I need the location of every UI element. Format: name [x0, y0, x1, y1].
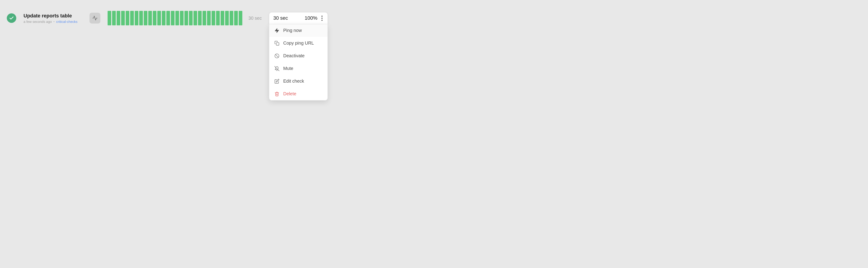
bar [207, 11, 211, 25]
menu-item-deactivate[interactable]: Deactivate [269, 50, 328, 62]
bar [189, 11, 193, 25]
menu-label-copy-ping-url: Copy ping URL [283, 41, 314, 46]
bar [162, 11, 165, 25]
bar [184, 11, 188, 25]
activity-bars [107, 11, 234, 25]
bar [225, 11, 229, 25]
menu-item-copy-ping-url[interactable]: Copy ping URL [269, 37, 328, 50]
bar [139, 11, 143, 25]
menu-label-ping-now: Ping now [283, 28, 302, 33]
menu-label-edit-check: Edit check [283, 79, 304, 84]
menu-item-delete[interactable]: Delete [269, 88, 328, 100]
activity-icon-button[interactable] [90, 13, 100, 24]
bar [144, 11, 147, 25]
deactivate-icon [274, 53, 280, 59]
bar [153, 11, 156, 25]
bolt-icon [274, 28, 280, 33]
bar [112, 11, 116, 25]
trash-icon [274, 91, 280, 97]
bar [117, 11, 120, 25]
bar [126, 11, 129, 25]
bar [193, 11, 197, 25]
check-meta: a few seconds ago • critical-checks [24, 20, 82, 24]
bar [230, 11, 233, 25]
bar [212, 11, 215, 25]
bar [171, 11, 175, 25]
check-info: Update reports table a few seconds ago •… [24, 13, 82, 24]
dot-1 [321, 16, 322, 17]
bar [135, 11, 138, 25]
dropdown-duration: 30 sec [273, 15, 305, 21]
separator-dot: • [54, 20, 55, 23]
dropdown-percentage: 100% [305, 15, 317, 21]
svg-line-4 [275, 66, 279, 71]
svg-line-3 [276, 54, 278, 57]
bar [234, 11, 238, 25]
bell-off-icon [274, 66, 280, 71]
options-dropdown[interactable]: 30 sec 100% Ping now [269, 12, 328, 24]
svg-rect-1 [276, 43, 279, 45]
dot-3 [321, 20, 322, 21]
context-menu: Ping now Copy ping URL [269, 24, 328, 101]
menu-label-delete: Delete [283, 91, 296, 97]
bar [180, 11, 184, 25]
status-icon [7, 14, 16, 23]
monitor-duration: 30 sec [241, 16, 262, 21]
menu-label-deactivate: Deactivate [283, 53, 305, 58]
svg-marker-0 [275, 28, 279, 32]
bar [166, 11, 170, 25]
more-options-button[interactable] [320, 15, 323, 22]
bar [130, 11, 134, 25]
time-ago-label: a few seconds ago [24, 20, 52, 24]
bar [176, 11, 179, 25]
monitor-row: Update reports table a few seconds ago •… [7, 7, 341, 29]
bar [107, 11, 111, 25]
bar [121, 11, 125, 25]
bar [198, 11, 202, 25]
menu-item-ping-now[interactable]: Ping now [269, 24, 328, 37]
pencil-icon [274, 79, 280, 84]
dropdown-trigger[interactable]: 30 sec 100% [269, 12, 328, 24]
menu-item-mute[interactable]: Mute [269, 62, 328, 75]
dot-2 [321, 18, 322, 19]
menu-label-mute: Mute [283, 66, 293, 71]
bar [221, 11, 224, 25]
bar [148, 11, 152, 25]
check-name: Update reports table [24, 13, 82, 19]
bar [203, 11, 206, 25]
menu-item-edit-check[interactable]: Edit check [269, 75, 328, 88]
check-tag[interactable]: critical-checks [56, 20, 78, 24]
bar [216, 11, 220, 25]
copy-icon [274, 41, 280, 46]
bar [157, 11, 161, 25]
